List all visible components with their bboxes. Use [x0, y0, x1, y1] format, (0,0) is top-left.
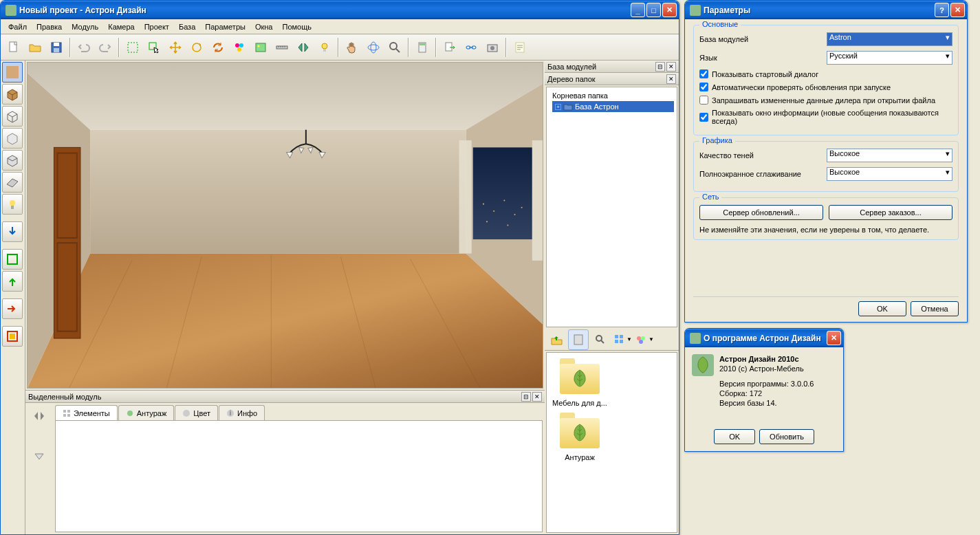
tool-down[interactable] [2, 221, 23, 242]
menu-project[interactable]: Проект [140, 21, 174, 33]
tool-box-wire[interactable] [2, 106, 23, 127]
redo-button[interactable] [95, 37, 116, 58]
svg-rect-67 [620, 335, 623, 338]
svg-point-9 [237, 47, 241, 52]
new-button[interactable] [3, 37, 24, 58]
undo-button[interactable] [74, 37, 94, 58]
aa-label: Полноэкранное сглаживание [699, 170, 827, 178]
rotate-button[interactable] [186, 37, 207, 58]
menu-module[interactable]: Модуль [67, 21, 103, 33]
zoom-button[interactable] [384, 37, 405, 58]
maximize-button[interactable]: □ [646, 3, 661, 17]
panel-pin-icon[interactable]: ⊟ [655, 62, 665, 72]
pointer-button[interactable] [144, 37, 164, 58]
close-button[interactable]: ✕ [827, 331, 841, 345]
server-updates-button[interactable]: Сервер обновлений... [699, 205, 823, 220]
params-titlebar[interactable]: Параметры ? ✕ [685, 1, 967, 19]
svg-rect-54 [532, 140, 543, 261]
lang-select[interactable]: Русский▾ [827, 51, 952, 65]
tree-item-base[interactable]: + База Астрон [552, 101, 674, 112]
shadow-select[interactable]: Высокое▾ [827, 149, 952, 162]
about-ok-button[interactable]: OK [714, 429, 755, 444]
menu-file[interactable]: Файл [3, 21, 32, 33]
save-button[interactable] [46, 37, 67, 58]
close-button[interactable]: ✕ [662, 3, 677, 17]
expand-icon[interactable]: + [555, 104, 561, 110]
export-button[interactable] [439, 37, 460, 58]
menu-params[interactable]: Параметры [200, 21, 250, 33]
tab-elements[interactable]: Элементы [55, 405, 118, 420]
menu-base[interactable]: База [174, 21, 200, 33]
server-orders-button[interactable]: Сервер заказов... [829, 205, 952, 220]
menu-edit[interactable]: Правка [32, 21, 67, 33]
menu-windows[interactable]: Окна [250, 21, 278, 33]
tool-texture[interactable] [2, 62, 23, 83]
panel-close-icon[interactable]: ✕ [666, 62, 676, 72]
notes-button[interactable] [510, 37, 530, 58]
chk-info[interactable] [699, 113, 708, 122]
minimize-button[interactable]: _ [631, 3, 645, 17]
link-button[interactable] [461, 37, 481, 58]
move-button[interactable] [165, 37, 186, 58]
help-button[interactable]: ? [935, 3, 949, 17]
light-button[interactable] [314, 37, 335, 58]
svg-rect-69 [620, 340, 623, 343]
tree-root[interactable]: Корневая папка [549, 90, 674, 101]
mirror-button[interactable] [293, 37, 314, 58]
chk-startup[interactable] [699, 69, 708, 78]
tool-green-box[interactable] [2, 249, 23, 270]
close-button[interactable]: ✕ [950, 3, 965, 17]
picture-button[interactable] [250, 37, 271, 58]
orbit-button[interactable] [363, 37, 384, 58]
slider-thumb-icon[interactable] [34, 448, 45, 462]
svg-rect-4 [128, 43, 138, 52]
base-panel-title: База модулей [547, 63, 596, 71]
view-icons-button[interactable] [568, 329, 589, 350]
cancel-button[interactable]: Отмена [911, 301, 959, 316]
menu-help[interactable]: Помощь [277, 21, 316, 33]
collapse-button[interactable] [29, 406, 50, 426]
viewport-3d[interactable] [27, 62, 543, 389]
svg-rect-31 [10, 334, 15, 339]
base-select[interactable]: Astron▾ [827, 32, 952, 46]
tool-box-solid[interactable] [2, 84, 23, 105]
tool-red-box[interactable] [2, 326, 23, 347]
tool-box-3[interactable] [2, 150, 23, 171]
refresh-button[interactable] [208, 37, 228, 58]
tab-color[interactable]: Цвет [175, 405, 218, 420]
tab-info[interactable]: iИнфо [219, 405, 265, 420]
thumb-entourage[interactable]: Антураж [552, 413, 607, 461]
panel-close-icon[interactable]: ✕ [532, 392, 542, 402]
tool-light2[interactable] [2, 194, 23, 215]
chk-dealer[interactable] [699, 96, 708, 105]
search-button[interactable] [590, 329, 611, 350]
panel-pin-icon[interactable]: ⊟ [521, 392, 531, 402]
aa-select[interactable]: Высокое▾ [827, 167, 952, 181]
open-button[interactable] [25, 37, 45, 58]
thumb-furniture[interactable]: Мебель для д... [552, 358, 607, 407]
camera-button[interactable] [482, 37, 503, 58]
tree-panel-title: Дерево папок [547, 75, 596, 83]
tool-right[interactable] [2, 298, 23, 319]
chk-updates[interactable] [699, 83, 708, 91]
svg-point-60 [127, 411, 133, 416]
about-update-button[interactable]: Обновить [759, 429, 814, 444]
filter-button[interactable]: ▼ [634, 329, 655, 350]
tool-plane[interactable] [2, 172, 23, 193]
view-mode-button[interactable]: ▼ [612, 329, 633, 350]
tool-up[interactable] [2, 271, 23, 292]
select-button[interactable] [122, 37, 143, 58]
ok-button[interactable]: OK [858, 301, 906, 316]
about-titlebar[interactable]: О программе Астрон Дизайн ✕ [685, 329, 843, 347]
params-window: Параметры ? ✕ Основные База модулей Astr… [684, 0, 968, 323]
menu-camera[interactable]: Камера [103, 21, 139, 33]
pan-button[interactable] [342, 37, 362, 58]
main-titlebar[interactable]: Новый проект - Астрон Дизайн _ □ ✕ [1, 1, 679, 19]
panel-close-icon[interactable]: ✕ [666, 74, 676, 84]
tool-box-2[interactable] [2, 128, 23, 149]
measure-button[interactable] [272, 37, 292, 58]
up-folder-button[interactable] [546, 329, 567, 350]
calc-button[interactable] [412, 37, 433, 58]
tab-entourage[interactable]: Антураж [118, 405, 175, 420]
palette-button[interactable] [229, 37, 250, 58]
